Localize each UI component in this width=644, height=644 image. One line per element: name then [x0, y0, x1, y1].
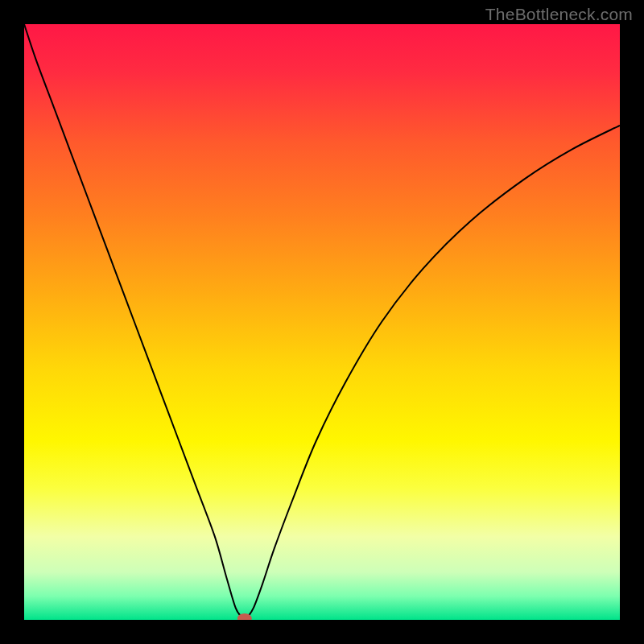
gradient-background [24, 24, 620, 620]
chart-svg [24, 24, 620, 620]
watermark-text: TheBottleneck.com [485, 5, 633, 24]
chart-frame: TheBottleneck.com [0, 0, 644, 644]
plot-area [24, 24, 620, 620]
